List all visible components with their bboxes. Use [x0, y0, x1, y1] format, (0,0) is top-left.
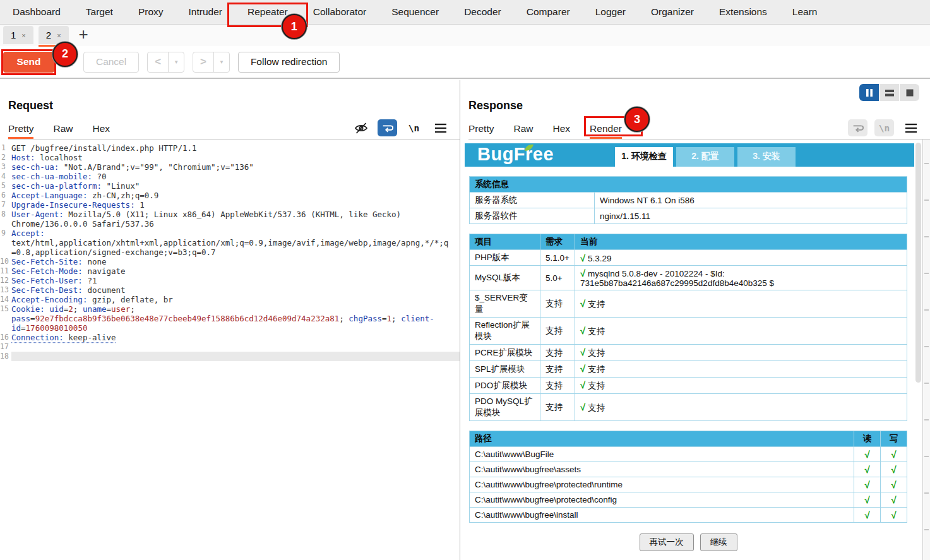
newline-icon[interactable]: \n [404, 119, 424, 136]
code-segment: 1760098010050 [26, 323, 88, 333]
menu-item-label: Decoder [464, 6, 501, 18]
line-number: 8 [0, 210, 11, 229]
install-step-3[interactable]: 3. 安装 [737, 147, 796, 167]
requirement-current: √ 支持 [575, 318, 907, 345]
response-tab-render[interactable]: Render3 [590, 118, 622, 139]
menu-item-proxy[interactable]: Proxy [126, 0, 176, 24]
retry-button[interactable]: 再试一次 [640, 533, 694, 551]
scroll-marker-tick [924, 200, 929, 201]
request-line-8[interactable]: 8User-Agent: Mozilla/5.0 (X11; Linux x86… [0, 210, 460, 229]
back-button[interactable]: < ▼ [147, 52, 184, 73]
requirements-table-body: PHP版本5.1.0+√ 5.3.29MySQL版本5.0+√ mysqlnd … [470, 250, 907, 421]
menu-item-intruder[interactable]: Intruder [176, 0, 235, 24]
soft-wrap-icon[interactable] [378, 119, 397, 136]
install-step-2[interactable]: 2. 配置 [676, 147, 734, 167]
request-line-18[interactable]: 18 [0, 352, 460, 361]
menu-item-target[interactable]: Target [73, 0, 126, 24]
menu-item-dashboard[interactable]: Dashboard [0, 0, 73, 24]
repeater-tab-1[interactable]: 1× [3, 26, 33, 44]
add-tab-button[interactable]: + [74, 25, 93, 44]
request-tab-raw[interactable]: Raw [53, 118, 73, 139]
menu-item-learn[interactable]: Learn [780, 0, 830, 24]
menu-icon[interactable] [901, 119, 921, 136]
request-line-16[interactable]: 16Connection: keep-alive [0, 333, 460, 342]
repeater-tab-label: 1 [11, 30, 16, 40]
request-line-14[interactable]: 14Accept-Encoding: gzip, deflate, br [0, 295, 460, 304]
line-text: sec-ch-ua: "Not.A/Brand";v="99", "Chromi… [11, 162, 460, 172]
line-number: 1 [0, 143, 11, 153]
request-line-13[interactable]: 13Sec-Fetch-Dest: document [0, 285, 460, 295]
code-segment: text/html,application/xhtml+xml,applicat… [11, 229, 448, 257]
request-line-6[interactable]: 6Accept-Language: zh-CN,zh;q=0.9 [0, 191, 460, 200]
line-number: 3 [0, 162, 11, 172]
system-info-value: Windows NT 6.1 On i586 [595, 193, 907, 208]
response-title: Response [468, 99, 523, 112]
install-step-1[interactable]: 1. 环境检查 [615, 147, 673, 167]
requirement-needed: 支持 [540, 345, 575, 361]
code-segment: ?0 [92, 172, 107, 181]
menu-icon[interactable] [431, 119, 450, 136]
response-tab-raw[interactable]: Raw [513, 118, 533, 139]
requirement-needed: 支持 [540, 394, 575, 421]
menu-item-organizer[interactable]: Organizer [638, 0, 706, 24]
chevron-down-icon[interactable]: ▼ [169, 59, 184, 65]
menu-item-collaborator[interactable]: Collaborator [301, 0, 379, 24]
request-line-5[interactable]: 5sec-ch-ua-platform: "Linux" [0, 181, 460, 191]
request-line-10[interactable]: 10Sec-Fetch-Site: none [0, 257, 460, 266]
close-icon[interactable]: × [57, 32, 61, 39]
request-line-15[interactable]: 15Cookie: uid=2; uname=user; pass=92e7fb… [0, 304, 460, 333]
request-tab-pretty[interactable]: Pretty [8, 118, 33, 139]
menu-item-extensions[interactable]: Extensions [706, 0, 780, 24]
code-segment: Host: [11, 153, 35, 162]
chevron-down-icon[interactable]: ▼ [214, 59, 229, 65]
code-segment: sec-ch-ua-mobile: [11, 172, 92, 181]
scroll-marker-strip[interactable] [922, 140, 930, 560]
soft-wrap-icon[interactable] [848, 119, 867, 136]
path-header-1: 读 [854, 431, 881, 447]
path-value: C:\autit\www\bugfree\protected\runtime [470, 477, 854, 492]
check-icon: √ [580, 363, 585, 374]
request-line-2[interactable]: 2Host: localhost [0, 153, 460, 162]
hide-icon[interactable] [351, 119, 371, 136]
request-line-9[interactable]: 9Accept: text/html,application/xhtml+xml… [0, 229, 460, 257]
cancel-button[interactable]: Cancel [83, 52, 139, 73]
requirement-current: √ 支持 [575, 378, 907, 394]
gear-icon[interactable]: ⚙ [64, 54, 75, 69]
path-header-2: 写 [881, 431, 907, 447]
forward-button[interactable]: > ▼ [193, 52, 230, 73]
follow-redirection-button[interactable]: Follow redirection [238, 52, 340, 73]
menu-item-comparer[interactable]: Comparer [514, 0, 583, 24]
request-line-12[interactable]: 12Sec-Fetch-User: ?1 [0, 276, 460, 285]
send-button[interactable]: Send 2 [3, 52, 54, 73]
continue-button[interactable]: 继续 [700, 533, 737, 551]
response-tab-hex[interactable]: Hex [553, 118, 571, 139]
request-line-4[interactable]: 4sec-ch-ua-mobile: ?0 [0, 172, 460, 181]
request-line-11[interactable]: 11Sec-Fetch-Mode: navigate [0, 266, 460, 276]
response-tab-label: Pretty [468, 123, 494, 134]
annotation-badge-3: 3 [624, 107, 650, 132]
close-icon[interactable]: × [21, 32, 25, 39]
repeater-tab-2[interactable]: 2× [39, 26, 69, 44]
path-permissions-table: 路径读写 C:\autit\www\BugFile√√C:\autit\www\… [469, 431, 907, 523]
request-line-7[interactable]: 7Upgrade-Insecure-Requests: 1 [0, 200, 460, 210]
menu-item-logger[interactable]: Logger [583, 0, 638, 24]
request-line-1[interactable]: 1GET /bugfree/install/index.php HTTP/1.1 [0, 143, 460, 153]
request-editor[interactable]: 1GET /bugfree/install/index.php HTTP/1.1… [0, 140, 460, 560]
system-info-key: 服务器系统 [470, 193, 595, 208]
burp-suite-window: DashboardTargetProxyIntruderRepeater1Col… [0, 0, 930, 560]
menu-item-repeater[interactable]: Repeater1 [235, 0, 301, 24]
path-writable: √ [881, 492, 907, 508]
response-tab-pretty[interactable]: Pretty [468, 118, 494, 139]
path-value: C:\autit\www\BugFile [470, 447, 854, 462]
back-arrow-icon: < [148, 56, 168, 68]
requirement-current-text: 支持 [585, 326, 605, 336]
request-tab-hex[interactable]: Hex [93, 118, 110, 139]
request-line-3[interactable]: 3sec-ch-ua: "Not.A/Brand";v="99", "Chrom… [0, 162, 460, 172]
line-text: Accept-Language: zh-CN,zh;q=0.9 [11, 191, 460, 200]
newline-icon[interactable]: \n [874, 119, 894, 136]
menu-item-decoder[interactable]: Decoder [451, 0, 514, 24]
render-scrollbar[interactable] [915, 143, 921, 383]
menu-item-sequencer[interactable]: Sequencer [379, 0, 451, 24]
requirement-current-text: 支持 [585, 381, 605, 390]
request-line-17[interactable]: 17 [0, 342, 460, 352]
